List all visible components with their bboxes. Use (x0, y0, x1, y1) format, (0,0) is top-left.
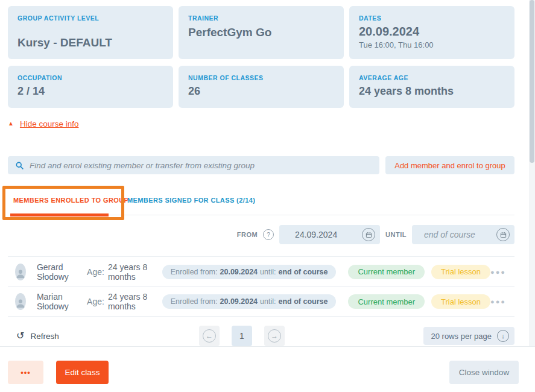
table-row: Gerard Słodowy Age: 24 years 8 months En… (8, 256, 514, 286)
age-value: 24 years 8 months (108, 262, 153, 282)
arrow-right-icon: → (268, 329, 281, 343)
close-window-button[interactable]: Close window (449, 361, 519, 384)
previous-page-button[interactable]: ← (199, 326, 220, 346)
add-member-button[interactable]: Add member and enrol to group (385, 156, 514, 174)
card-value: 24 years 8 months (359, 85, 505, 98)
card-value: Kursy - DEFAULT (17, 36, 163, 49)
refresh-icon: ↺ (16, 331, 24, 341)
enrolled-from-date: 20.09.2024 (220, 268, 258, 276)
enrolled-prefix: Enrolled from: (171, 268, 218, 276)
until-date-field (412, 225, 514, 244)
tab-members-signed-for-class[interactable]: MEMBERS SIGNED FOR CLASS (2/14) (127, 197, 255, 204)
pagination: ← 1 → (199, 326, 285, 346)
card-value: 26 (188, 85, 334, 98)
member-name: Marian Słodowy (37, 292, 78, 311)
arrow-left-icon: ← (203, 329, 216, 343)
card-trainer: TRAINER PerfectGym Go (179, 6, 344, 59)
table-row: Marian Słodowy Age: 24 years 8 months En… (8, 286, 514, 317)
until-label: UNTIL (385, 231, 407, 238)
search-icon (15, 161, 24, 170)
card-sub-value: Tue 16:00, Thu 16:00 (359, 40, 505, 49)
card-average-age: AVERAGE AGE 24 years 8 months (349, 66, 514, 108)
card-occupation: OCCUPATION 2 / 14 (8, 66, 173, 108)
card-label: OCCUPATION (17, 74, 163, 81)
rows-per-page-label: 20 rows per page (431, 332, 492, 341)
enrolled-until-date: end of course (278, 268, 328, 276)
active-tab-underline (10, 213, 109, 217)
refresh-label: Refresh (30, 332, 59, 341)
card-label: NUMBER OF CLASSES (188, 74, 334, 81)
until-date-input[interactable] (424, 230, 496, 239)
lesson-type-badge: Trial lesson (431, 265, 490, 279)
tabs-divider (109, 215, 514, 215)
card-value: PerfectGym Go (188, 26, 334, 39)
calendar-icon[interactable] (496, 228, 510, 241)
list-footer: ↺ Refresh ← 1 → 20 rows per page ↓ (8, 326, 514, 346)
card-label: DATES (359, 14, 505, 22)
member-tabs: MEMBERS ENROLLED TO GROUP MEMBERS SIGNED… (8, 184, 514, 221)
card-group-activity-level: GROUP ACTIVITY LEVEL Kursy - DEFAULT (8, 6, 173, 59)
status-badge: Current member (348, 294, 425, 309)
age-label: Age: (87, 267, 104, 277)
card-label: AVERAGE AGE (359, 74, 505, 81)
card-value: 2 / 14 (17, 85, 163, 98)
card-number-of-classes: NUMBER OF CLASSES 26 (179, 66, 344, 108)
members-list: Gerard Słodowy Age: 24 years 8 months En… (8, 256, 514, 317)
calendar-icon[interactable] (362, 228, 375, 241)
hide-course-info-row: ▲ Hide course info (8, 119, 514, 128)
enrollment-period-badge: Enrolled from: 20.09.2024 until: end of … (162, 294, 337, 309)
rows-per-page-dropdown[interactable]: 20 rows per page ↓ (423, 327, 514, 345)
more-actions-button[interactable]: ••• (8, 361, 43, 384)
person-icon (15, 266, 26, 280)
chevron-down-icon: ↓ (497, 330, 509, 342)
scrollbar-thumb[interactable] (530, 0, 534, 163)
row-menu-dots-icon[interactable]: ●●● (490, 268, 506, 276)
enrolled-from-date: 20.09.2024 (220, 297, 258, 306)
card-value: 20.09.2024 (359, 25, 505, 39)
person-icon (15, 296, 26, 310)
tab-members-enrolled-to-group[interactable]: MEMBERS ENROLLED TO GROUP (13, 197, 128, 204)
enrolled-mid: until: (260, 297, 276, 306)
date-filter-row: FROM ? UNTIL (8, 225, 514, 244)
enrol-search-row: Add member and enrol to group (8, 156, 514, 174)
hide-course-info-link[interactable]: Hide course info (20, 119, 79, 128)
status-badge: Current member (348, 265, 425, 279)
avatar (15, 293, 26, 310)
enrollment-period-badge: Enrolled from: 20.09.2024 until: end of … (162, 265, 337, 279)
row-menu-dots-icon[interactable]: ●●● (490, 298, 506, 305)
member-name: Gerard Słodowy (37, 262, 78, 282)
age-label: Age: (87, 297, 104, 306)
bottom-action-bar: ••• Edit class Close window (0, 346, 535, 392)
from-date-field (279, 225, 380, 244)
lesson-type-badge: Trial lesson (431, 294, 490, 309)
member-search-input[interactable] (30, 161, 379, 170)
card-dates: DATES 20.09.2024 Tue 16:00, Thu 16:00 (349, 6, 514, 59)
course-info-cards: GROUP ACTIVITY LEVEL Kursy - DEFAULT TRA… (8, 6, 514, 108)
refresh-button[interactable]: ↺ Refresh (16, 331, 59, 341)
class-details-content: GROUP ACTIVITY LEVEL Kursy - DEFAULT TRA… (0, 0, 535, 346)
avatar (15, 264, 26, 280)
help-icon[interactable]: ? (263, 229, 274, 240)
enrolled-mid: until: (260, 268, 276, 276)
class-details-window: GROUP ACTIVITY LEVEL Kursy - DEFAULT TRA… (0, 0, 535, 392)
enrolled-prefix: Enrolled from: (171, 297, 218, 306)
edit-class-button[interactable]: Edit class (56, 361, 109, 384)
from-label: FROM (237, 231, 258, 238)
enrolled-until-date: end of course (278, 297, 328, 306)
current-page-indicator: 1 (232, 326, 252, 346)
card-label: TRAINER (188, 14, 334, 22)
next-page-button[interactable]: → (264, 326, 285, 346)
from-date-input[interactable] (295, 230, 362, 239)
scrollbar-track[interactable] (529, 0, 535, 346)
card-label: GROUP ACTIVITY LEVEL (17, 14, 163, 22)
collapse-triangle-icon: ▲ (8, 121, 14, 127)
member-search-box[interactable] (8, 156, 379, 174)
age-value: 24 years 8 months (108, 292, 153, 311)
